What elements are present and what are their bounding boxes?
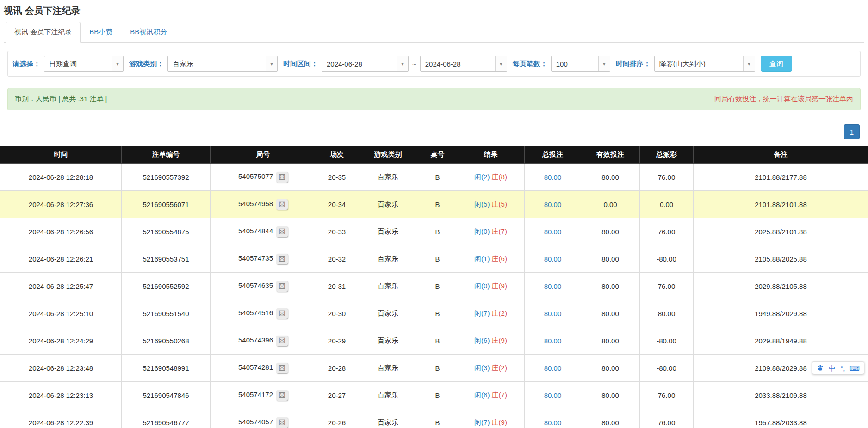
banker-result: 庄(5) [492,200,507,208]
chinese-mode-icon[interactable]: 中 [829,365,836,372]
cell-time: 2024-06-28 12:27:36 [0,191,122,218]
cell-note: 2033.88/2109.88 [694,382,868,409]
chevron-down-icon[interactable]: ▾ [266,56,277,71]
cell-bet-id: 521690551540 [122,300,211,327]
player-result: 闲(3) [474,364,490,372]
query-button[interactable]: 查询 [761,56,792,72]
date-from-value: 2024-06-28 [322,56,397,71]
cell-total-bet: 80.00 [525,273,581,300]
total-bet-link[interactable]: 80.00 [544,173,562,181]
round-id-text: 540574516 [238,309,273,317]
date-to-select[interactable]: 2024-06-28 ▾ [420,56,507,72]
cell-time: 2024-06-28 12:26:21 [0,245,122,273]
chevron-down-icon[interactable]: ▾ [397,56,408,71]
game-result-icon[interactable]: ⚄ [276,308,288,319]
cell-total-bet: 80.00 [525,382,581,409]
cell-game-type: 百家乐 [358,191,418,218]
cell-round-id: 540574172⚄ [211,382,316,409]
page-button-1[interactable]: 1 [844,124,860,139]
cell-time: 2024-06-28 12:25:10 [0,300,122,327]
cell-time: 2024-06-28 12:28:18 [0,164,122,191]
tab-bb-tips[interactable]: BB小费 [81,22,121,43]
cell-valid-bet: 80.00 [581,327,640,355]
round-id-text: 540574172 [238,391,273,398]
total-bet-link[interactable]: 80.00 [544,310,562,318]
cell-result: 闲(1) 庄(6) [457,245,525,273]
total-bet-link[interactable]: 80.00 [544,364,562,372]
table-header-row: 时间注单编号局号场次游戏类别桌号结果总投注有效投注总派彩备注 [0,146,868,164]
page-size-label: 每页笔数： [513,60,547,68]
cell-note: 2105.88/2025.88 [694,245,868,273]
game-result-icon[interactable]: ⚄ [276,281,288,292]
tab-betting-records[interactable]: 视讯 会员下注纪录 [6,22,81,43]
cell-round-id: 540574735⚄ [211,245,316,273]
cell-game-type: 百家乐 [358,382,418,409]
cell-game-type: 百家乐 [358,300,418,327]
chevron-down-icon[interactable]: ▾ [598,56,610,71]
chevron-down-icon[interactable]: ▾ [495,56,507,71]
query-type-select[interactable]: 日期查询 ▾ [44,56,124,72]
total-bet-link[interactable]: 80.00 [544,337,562,345]
sort-select[interactable]: 降幂(由大到小) ▾ [654,56,755,72]
date-from-select[interactable]: 2024-06-28 ▾ [322,56,409,72]
total-bet-link[interactable]: 80.00 [544,282,562,290]
game-result-icon[interactable]: ⚄ [276,336,288,346]
tab-bb-points[interactable]: BB视讯积分 [121,22,176,43]
cell-session: 20-34 [316,191,358,218]
total-bet-link[interactable]: 80.00 [544,391,562,399]
banker-result: 庄(8) [492,173,507,181]
table-row: 2024-06-28 12:25:47521690552592540574635… [0,273,868,300]
table-row: 2024-06-28 12:26:56521690554875540574844… [0,218,868,245]
round-id-text: 540574057 [238,418,273,426]
game-result-icon[interactable]: ⚄ [276,363,288,373]
column-header: 场次 [316,146,358,164]
ime-toolbar[interactable]: 中 °, ⌨ [812,361,864,374]
summary-bar: 币别：人民币 | 总共 :31 注单 | 同局有效投注，统一计算在该局第一张注单… [7,88,861,110]
cell-table-code: B [418,191,457,218]
chevron-down-icon[interactable]: ▾ [743,56,755,71]
cell-time: 2024-06-28 12:25:47 [0,273,122,300]
banker-result: 庄(6) [492,255,507,263]
cell-total-bet: 80.00 [525,327,581,355]
cell-time: 2024-06-28 12:26:56 [0,218,122,245]
cell-total-bet: 80.00 [525,245,581,273]
chevron-down-icon[interactable]: ▾ [112,56,123,71]
table-row: 2024-06-28 12:22:39521690546777540574057… [0,409,868,428]
punctuation-icon[interactable]: °, [840,365,845,372]
cell-round-id: 540574396⚄ [211,327,316,355]
total-bet-link[interactable]: 80.00 [544,419,562,427]
cell-total-bet: 80.00 [525,164,581,191]
cell-session: 20-35 [316,164,358,191]
cell-payout: -80.00 [640,355,694,382]
total-bet-link[interactable]: 80.00 [544,255,562,263]
summary-totals: 币别：人民币 | 总共 :31 注单 | [15,95,107,104]
banker-result: 庄(2) [492,309,507,317]
game-result-icon[interactable]: ⚄ [276,390,288,401]
dice-glyph: ⚄ [279,255,285,263]
page-title: 视讯 会员下注纪录 [4,3,864,22]
game-result-icon[interactable]: ⚄ [276,172,288,183]
total-bet-link[interactable]: 80.00 [544,201,562,208]
cell-session: 20-31 [316,273,358,300]
game-result-icon[interactable]: ⚄ [276,254,288,264]
query-type-value: 日期查询 [44,56,112,71]
cell-table-code: B [418,164,457,191]
cell-payout: 0.00 [640,191,694,218]
cell-session: 20-26 [316,409,358,428]
cell-valid-bet: 80.00 [581,273,640,300]
cell-table-code: B [418,218,457,245]
cell-payout: 80.00 [640,300,694,327]
cell-bet-id: 521690548991 [122,355,211,382]
keyboard-icon[interactable]: ⌨ [849,365,860,372]
page-size-select[interactable]: 100 ▾ [551,56,610,72]
round-id-text: 540574635 [238,281,273,289]
total-bet-link[interactable]: 80.00 [544,228,562,236]
query-type-label: 请选择： [12,60,40,68]
game-type-select[interactable]: 百家乐 ▾ [167,56,278,72]
game-result-icon[interactable]: ⚄ [276,226,288,237]
game-result-icon[interactable]: ⚄ [276,199,288,210]
table-row: 2024-06-28 12:23:48521690548991540574281… [0,355,868,382]
game-result-icon[interactable]: ⚄ [276,417,288,428]
paw-icon[interactable] [817,364,824,372]
cell-session: 20-28 [316,355,358,382]
